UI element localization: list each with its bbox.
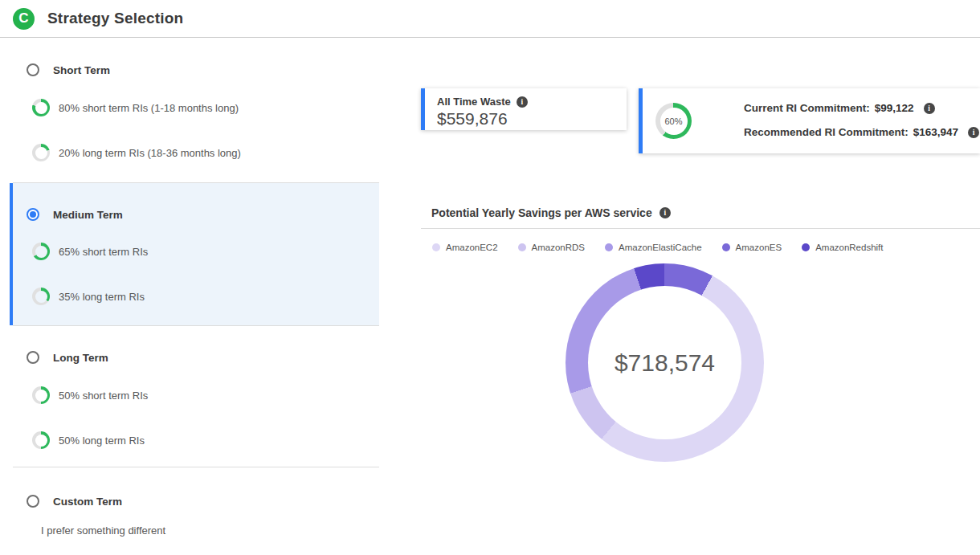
chart-legend: AmazonEC2 AmazonRDS AmazonElastiCache Am…	[432, 243, 884, 252]
page-title: Strategy Selection	[47, 10, 183, 27]
strategy-option-custom-term[interactable]: Custom Term I prefer something different	[13, 467, 379, 555]
legend-item-amazonrds[interactable]: AmazonRDS	[518, 243, 585, 252]
strategy-sub-option: 20% long term RIs (18-36 months long)	[13, 144, 241, 161]
gauge-percentage: 60%	[655, 103, 692, 139]
info-icon[interactable]: i	[924, 103, 935, 114]
legend-dot	[802, 243, 810, 251]
strategy-sub-option: 80% short term RIs (1-18 months long)	[13, 99, 239, 116]
legend-item-amazonredshift[interactable]: AmazonRedshift	[802, 243, 883, 252]
option-label: 50% short term RIs	[59, 390, 148, 402]
info-icon[interactable]: i	[517, 96, 528, 108]
option-label: 35% long term RIs	[59, 291, 145, 303]
current-ri-commitment-line: Current RI Commitment: $99,122 i	[744, 102, 935, 114]
strategy-head-custom-term[interactable]: Custom Term	[13, 495, 122, 508]
divider	[13, 467, 379, 467]
info-icon[interactable]: i	[968, 127, 979, 138]
strategy-label: Custom Term	[53, 496, 122, 508]
savings-donut[interactable]: $718,574	[566, 263, 764, 462]
strategy-label: Short Term	[53, 64, 110, 76]
legend-label: AmazonRedshift	[815, 243, 883, 252]
strategy-sub-option: 50% long term RIs	[13, 431, 145, 449]
strategy-option-long-term[interactable]: Long Term 50% short term RIs 50% long te…	[13, 326, 379, 467]
progress-ring-icon	[32, 144, 50, 161]
progress-ring-icon	[32, 243, 50, 260]
recommended-ri-commitment-line: Recommended RI Commitment: $163,947 i	[744, 126, 979, 138]
all-time-waste-card: All Time Waste i $559,876	[421, 88, 627, 130]
app-logo-icon: C	[13, 8, 35, 30]
radio-long-term[interactable]	[27, 351, 39, 364]
strategy-head-long-term[interactable]: Long Term	[13, 351, 108, 364]
strategy-option-medium-term[interactable]: Medium Term 65% short term RIs 35% long …	[10, 183, 379, 325]
legend-item-amazones[interactable]: AmazonES	[722, 243, 782, 252]
legend-dot	[518, 243, 526, 251]
legend-label: AmazonEC2	[446, 243, 498, 252]
legend-dot	[605, 243, 613, 251]
strategy-label: Medium Term	[53, 209, 123, 221]
legend-dot	[432, 243, 440, 251]
waste-card-value: $559,876	[437, 109, 508, 129]
chart-title-row: Potential Yearly Savings per AWS service…	[431, 206, 671, 219]
strategy-head-medium-term[interactable]: Medium Term	[13, 208, 123, 221]
legend-dot	[722, 243, 730, 251]
divider	[13, 182, 379, 183]
progress-ring-icon	[32, 99, 50, 116]
radio-custom-term[interactable]	[27, 495, 39, 508]
legend-item-amazonec2[interactable]: AmazonEC2	[432, 243, 498, 252]
progress-ring-icon	[32, 431, 50, 449]
app-logo-letter: C	[18, 10, 28, 27]
current-ri-value: $99,122	[875, 102, 914, 114]
custom-term-note: I prefer something different	[13, 524, 165, 537]
radio-short-term[interactable]	[27, 63, 39, 76]
legend-label: AmazonRDS	[532, 243, 585, 252]
strategy-option-short-term[interactable]: Short Term 80% short term RIs (1-18 mont…	[13, 48, 379, 182]
strategy-sub-option: 35% long term RIs	[13, 288, 145, 305]
option-label: 20% long term RIs (18-36 months long)	[59, 147, 241, 159]
strategy-sub-option: 50% short term RIs	[13, 386, 148, 404]
page-header: C Strategy Selection	[0, 0, 980, 38]
radio-medium-term[interactable]	[27, 208, 39, 221]
legend-label: AmazonES	[736, 243, 782, 252]
divider	[13, 325, 379, 326]
info-icon[interactable]: i	[659, 207, 671, 218]
legend-label: AmazonElastiCache	[619, 243, 702, 252]
strategy-label: Long Term	[53, 352, 108, 364]
progress-ring-icon	[32, 386, 50, 404]
recommended-ri-value: $163,947	[913, 126, 958, 138]
recommended-ri-label: Recommended RI Commitment:	[744, 126, 909, 138]
option-label: 65% short term RIs	[59, 246, 148, 258]
strategy-selection-page: C Strategy Selection Short Term 80% shor…	[0, 0, 980, 555]
ri-commitment-card: 60% Current RI Commitment: $99,122 i Rec…	[639, 88, 980, 153]
donut-center-value: $718,574	[566, 263, 764, 462]
progress-ring-icon	[32, 288, 50, 305]
strategy-sub-option: 65% short term RIs	[13, 243, 148, 260]
legend-item-amazonelasticache[interactable]: AmazonElastiCache	[605, 243, 702, 252]
strategy-head-short-term[interactable]: Short Term	[13, 63, 110, 76]
chart-title: Potential Yearly Savings per AWS service	[431, 206, 652, 219]
waste-card-title: All Time Waste	[437, 96, 511, 108]
option-label: 50% long term RIs	[59, 435, 145, 447]
commitment-gauge: 60%	[655, 103, 692, 139]
divider	[421, 228, 980, 229]
current-ri-label: Current RI Commitment:	[744, 102, 870, 114]
option-label: 80% short term RIs (1-18 months long)	[59, 102, 239, 114]
